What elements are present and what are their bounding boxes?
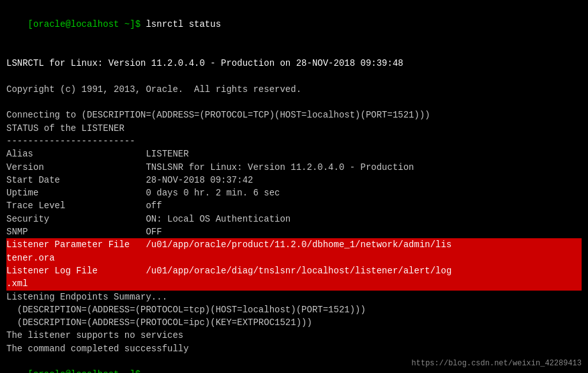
output-line-endpoint-ipc: (DESCRIPTION=(ADDRESS=(PROTOCOL=ipc)(KEY… <box>6 316 582 329</box>
watermark: https://blog.csdn.net/weixin_42289413 <box>412 359 582 368</box>
output-line-log-file-2: .xml <box>6 277 582 290</box>
output-line-blank2 <box>6 70 582 82</box>
output-line-param-file-1: Listener Parameter File /u01/app/oracle/… <box>6 238 582 251</box>
output-line-completed: The command completed successfully <box>6 342 582 355</box>
output-line-tracelevel: Trace Level off <box>6 199 582 212</box>
output-line-security: Security ON: Local OS Authentication <box>6 213 582 225</box>
output-line-uptime: Uptime 0 days 0 hr. 2 min. 6 sec <box>6 187 582 199</box>
output-line-param-file-2: tener.ora <box>6 252 582 264</box>
output-line-version: Version TNSLSNR for Linux: Version 11.2.… <box>6 161 582 174</box>
output-line-status-header: STATUS of the LISTENER <box>6 122 582 135</box>
prompt-text: [oracle@localhost ~]$ <box>28 19 140 29</box>
terminal-window: [oracle@localhost ~]$ lsnrctl status LSN… <box>0 0 588 373</box>
output-line-copyright: Copyright (c) 1991, 2013, Oracle. All ri… <box>6 83 582 96</box>
command-text: lsnrctl status <box>140 19 221 29</box>
final-prompt-text: [oracle@localhost ~]$ <box>28 369 140 373</box>
output-line-log-file-1: Listener Log File /u01/app/oracle/diag/t… <box>6 264 582 277</box>
output-line-blank1 <box>6 44 582 57</box>
output-line-divider: ------------------------ <box>6 135 582 148</box>
output-line-blank3 <box>6 96 582 109</box>
command-line: [oracle@localhost ~]$ lsnrctl status <box>6 5 582 44</box>
output-line-endpoints: Listening Endpoints Summary... <box>6 291 582 303</box>
output-line-endpoint-tcp: (DESCRIPTION=(ADDRESS=(PROTOCOL=tcp)(HOS… <box>6 303 582 316</box>
output-line-snmp: SNMP OFF <box>6 225 582 238</box>
output-line-startdate: Start Date 28-NOV-2018 09:37:42 <box>6 174 582 187</box>
output-line-1: LSNRCTL for Linux: Version 11.2.0.4.0 - … <box>6 57 582 70</box>
output-line-no-services: The listener supports no services <box>6 329 582 342</box>
output-line-connecting: Connecting to (DESCRIPTION=(ADDRESS=(PRO… <box>6 109 582 121</box>
output-line-alias: Alias LISTENER <box>6 148 582 160</box>
